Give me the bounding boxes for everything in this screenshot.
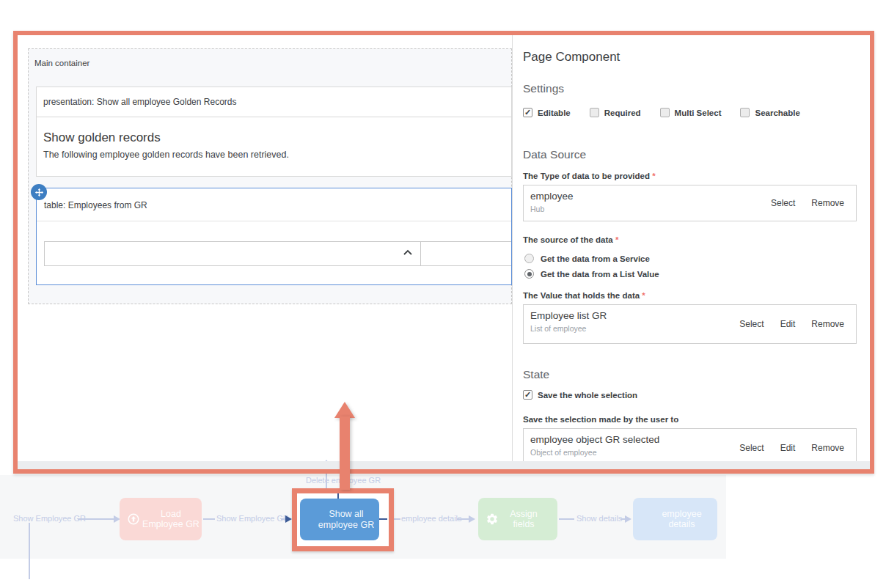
edit-button[interactable]: Edit bbox=[780, 319, 796, 329]
checkbox-searchable[interactable]: Searchable bbox=[740, 108, 799, 117]
save-whole-selection-label: Save the whole selection bbox=[538, 391, 637, 400]
checkbox-unchecked-icon[interactable] bbox=[660, 108, 670, 117]
edge-line bbox=[394, 518, 400, 520]
inspector-panel: Page Component Settings ✓ Editable Requi… bbox=[513, 35, 870, 461]
radio-get-data-from-list-value[interactable]: Get the data from a List Value bbox=[524, 269, 857, 279]
checkbox-multi-select[interactable]: Multi Select bbox=[660, 108, 722, 117]
presentation-component[interactable]: presentation: Show all employee Golden R… bbox=[36, 87, 512, 117]
save-field-label: Save the selection made by the user to bbox=[523, 415, 857, 424]
table-placeholder-cell bbox=[421, 241, 511, 266]
table-placeholder-row bbox=[44, 241, 511, 266]
settings-checkbox-group: ✓ Editable Required Multi Select Searcha… bbox=[523, 108, 857, 117]
pointer-arrow-shaft bbox=[340, 416, 350, 490]
flow-node-employee-details[interactable]: employee details bbox=[633, 498, 717, 540]
table-collapsed-dropdown[interactable] bbox=[44, 241, 421, 266]
radio-list-value-label: Get the data from a List Value bbox=[541, 270, 659, 279]
pointer-arrow-head-icon bbox=[334, 402, 355, 418]
data-source-heading: Data Source bbox=[523, 148, 857, 161]
radio-service-label: Get the data from a Service bbox=[541, 254, 650, 263]
inspector-title: Page Component bbox=[523, 50, 857, 65]
gear-icon bbox=[486, 512, 499, 526]
table-component-selected[interactable]: table: Employees from GR bbox=[36, 188, 512, 285]
upload-circle-icon bbox=[127, 512, 140, 526]
edge-line-vertical bbox=[29, 523, 30, 579]
canvas-section-heading: Show golden records bbox=[43, 131, 161, 145]
chevron-up-icon bbox=[403, 249, 413, 257]
checkbox-editable-label: Editable bbox=[538, 109, 571, 117]
radio-selected-icon[interactable] bbox=[524, 269, 534, 279]
type-field-value-box[interactable]: employee Hub Select Remove bbox=[523, 185, 857, 221]
source-field-label: The source of the data * bbox=[523, 235, 857, 244]
table-component-header: table: Employees from GR bbox=[37, 188, 511, 221]
radio-get-data-from-service[interactable]: Get the data from a Service bbox=[524, 254, 857, 263]
value-field-value-box[interactable]: Employee list GR List of employee Select… bbox=[523, 304, 857, 344]
edge-label-show-details: Show details bbox=[576, 514, 622, 523]
edge-line bbox=[203, 518, 215, 520]
edge-line-dark bbox=[379, 518, 387, 520]
edge-line bbox=[559, 518, 574, 520]
select-button[interactable]: Select bbox=[771, 198, 795, 208]
remove-button[interactable]: Remove bbox=[811, 319, 844, 329]
text-component[interactable]: Show golden records The following employ… bbox=[36, 117, 512, 177]
edge-label-employee-details: employee details bbox=[401, 514, 462, 523]
checkbox-searchable-label: Searchable bbox=[755, 109, 799, 117]
canvas-section-description: The following employee golden records ha… bbox=[43, 150, 289, 160]
checkbox-editable[interactable]: ✓ Editable bbox=[523, 108, 571, 117]
flow-node-load-employee-gr[interactable]: Load Employee GR bbox=[120, 498, 202, 540]
flow-node-assign-fields[interactable]: Assign fields bbox=[478, 498, 557, 540]
horizontal-scrollbar-track[interactable] bbox=[18, 461, 870, 470]
state-heading: State bbox=[523, 368, 857, 381]
checkbox-unchecked-icon[interactable] bbox=[590, 108, 599, 117]
arrow-right-icon bbox=[625, 515, 631, 523]
arrow-right-icon bbox=[469, 515, 475, 523]
arrow-right-icon bbox=[285, 515, 292, 523]
edge-label-incoming: Show Employee GR bbox=[13, 514, 86, 523]
checkbox-checked-icon[interactable]: ✓ bbox=[523, 390, 532, 400]
flow-node-label: Assign fields bbox=[499, 509, 557, 530]
checkbox-required[interactable]: Required bbox=[590, 108, 641, 117]
pane-divider bbox=[512, 35, 513, 461]
remove-button[interactable]: Remove bbox=[811, 198, 844, 208]
edge-label-show-employee-gr: Show Employee GR bbox=[216, 514, 289, 523]
remove-button[interactable]: Remove bbox=[811, 443, 844, 453]
settings-heading: Settings bbox=[523, 82, 857, 95]
value-field-label: The Value that holds the data * bbox=[523, 291, 857, 300]
checkbox-unchecked-icon[interactable] bbox=[740, 108, 750, 117]
move-icon bbox=[34, 188, 44, 197]
type-field-actions: Select Remove bbox=[771, 185, 844, 221]
flow-node-show-all-employee-gr[interactable]: Show all employee GR bbox=[300, 499, 379, 540]
presentation-component-label: presentation: Show all employee Golden R… bbox=[43, 97, 236, 107]
required-marker: * bbox=[652, 172, 655, 180]
flow-node-label: Show all employee GR bbox=[313, 509, 379, 530]
checkbox-checked-icon[interactable]: ✓ bbox=[523, 108, 532, 117]
required-marker: * bbox=[642, 291, 645, 300]
main-container-dropzone[interactable]: Main container presentation: Show all em… bbox=[28, 48, 512, 304]
type-field-label: The Type of data to be provided * bbox=[523, 172, 857, 180]
flow-node-label: Load Employee GR bbox=[140, 509, 202, 530]
move-handle[interactable] bbox=[31, 184, 47, 200]
checkbox-required-label: Required bbox=[604, 109, 641, 117]
radio-unselected-icon[interactable] bbox=[524, 254, 534, 263]
select-button[interactable]: Select bbox=[739, 319, 764, 329]
main-container-label: Main container bbox=[34, 59, 89, 67]
flow-node-label: employee details bbox=[646, 509, 717, 530]
select-button[interactable]: Select bbox=[739, 443, 764, 453]
table-component-label: table: Employees from GR bbox=[44, 200, 147, 210]
required-marker: * bbox=[615, 235, 618, 244]
checkbox-save-whole-selection[interactable]: ✓ Save the whole selection bbox=[523, 390, 857, 400]
edit-button[interactable]: Edit bbox=[780, 443, 796, 453]
value-field-actions: Select Edit Remove bbox=[739, 305, 844, 343]
checkbox-multi-select-label: Multi Select bbox=[675, 109, 722, 117]
